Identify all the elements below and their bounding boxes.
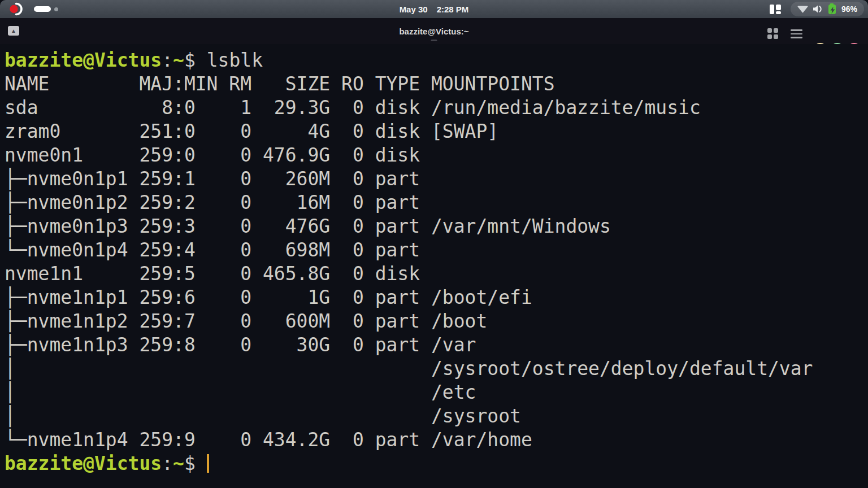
command-text: lsblk — [207, 49, 263, 71]
prompt-dir: ~ — [173, 49, 184, 71]
output-line: nvme0n1 259:0 0 476.9G 0 disk — [5, 143, 868, 167]
gnome-top-bar: May 30 2:28 PM 96% — [0, 0, 868, 18]
menu-icon[interactable] — [791, 29, 802, 38]
battery-charging-icon — [827, 3, 837, 15]
workspace-dot[interactable] — [54, 7, 58, 11]
charging-bolt-icon — [830, 7, 835, 14]
time-label[interactable]: 2:28 PM — [437, 5, 469, 14]
output-line: └─nvme1n1p4 259:9 0 434.2G 0 part /var/h… — [5, 428, 868, 452]
workspace-indicator-pill[interactable] — [34, 6, 51, 12]
output-line: NAME MAJ:MIN RM SIZE RO TYPE MOUNTPOINTS — [5, 72, 868, 96]
prompt-line-active: bazzite@Victus:~$ — [5, 452, 868, 476]
prompt-line-command: bazzite@Victus:~$ lsblk — [5, 49, 868, 72]
tab-overview-icon[interactable] — [767, 28, 778, 39]
battery-percent-label: 96% — [841, 5, 857, 14]
terminal-title-bar: ▲ bazzite@Victus:~ — [0, 18, 868, 44]
tiling-assistant-icon[interactable] — [770, 5, 782, 14]
terminal-profile-icon[interactable]: ▲ — [8, 26, 19, 36]
output-line: ├─nvme0n1p1 259:1 0 260M 0 part — [5, 167, 868, 191]
bazzite-logo-icon[interactable] — [8, 2, 23, 16]
output-line: │ /sysroot/ostree/deploy/default/var — [5, 357, 868, 381]
output-line: │ /sysroot — [5, 404, 868, 428]
prompt-dollar: $ — [184, 49, 196, 71]
clock: May 30 2:28 PM — [0, 0, 868, 18]
terminal-viewport[interactable]: bazzite@Victus:~$ lsblkNAME MAJ:MIN RM S… — [0, 44, 868, 488]
output-line: │ /etc — [5, 381, 868, 404]
output-line: ├─nvme1n1p3 259:8 0 30G 0 part /var — [5, 333, 868, 357]
prompt-colon: : — [162, 49, 173, 71]
output-line: └─nvme0n1p4 259:4 0 698M 0 part — [5, 238, 868, 262]
output-line: sda 8:0 1 29.3G 0 disk /run/media/bazzit… — [5, 96, 868, 120]
output-line: nvme1n1 259:5 0 465.8G 0 disk — [5, 262, 868, 286]
output-line: ├─nvme1n1p2 259:7 0 600M 0 part /boot — [5, 310, 868, 333]
output-line: zram0 251:0 0 4G 0 disk [SWAP] — [5, 120, 868, 143]
output-line: ├─nvme0n1p2 259:2 0 16M 0 part — [5, 191, 868, 215]
prompt-user-host: bazzite@Victus — [5, 49, 162, 71]
prompt-colon: : — [162, 452, 173, 474]
output-line: ├─nvme0n1p3 259:3 0 476G 0 part /var/mnt… — [5, 215, 868, 238]
output-line: ├─nvme1n1p1 259:6 0 1G 0 part /boot/efi — [5, 286, 868, 310]
system-status-menu[interactable]: 96% — [791, 2, 864, 16]
prompt-dollar: $ — [184, 452, 196, 474]
volume-icon — [813, 5, 823, 14]
date-label[interactable]: May 30 — [400, 5, 428, 14]
title-drag-dash-icon — [431, 40, 437, 41]
prompt-dir: ~ — [173, 452, 184, 474]
prompt-user-host: bazzite@Victus — [5, 452, 162, 474]
terminal-cursor — [207, 454, 209, 473]
terminal-lines: bazzite@Victus:~$ lsblkNAME MAJ:MIN RM S… — [5, 49, 868, 476]
wifi-icon — [797, 5, 808, 13]
